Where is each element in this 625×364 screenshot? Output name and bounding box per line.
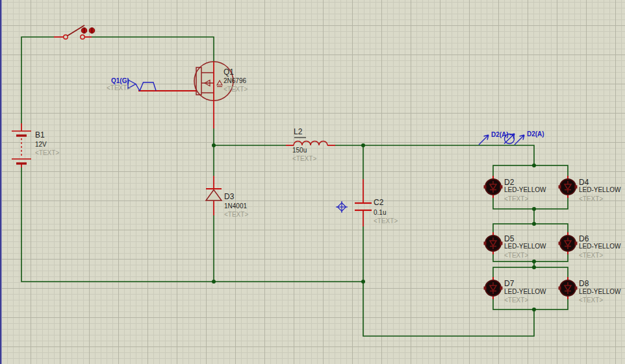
led-d5[interactable] [484,232,503,254]
current-probe-2[interactable] [515,135,524,145]
toggle-switch[interactable] [54,25,95,39]
led-d7-ref-label[interactable]: D7 [504,280,514,287]
led-d6-text-placeholder[interactable]: <TEXT> [579,252,603,259]
pulse-waveform-glyph [140,82,156,91]
led-d5-text-placeholder[interactable]: <TEXT> [504,252,528,259]
capacitor-c2[interactable] [355,179,372,226]
probe-arrow-icon [515,135,524,145]
inductor-ref-label[interactable]: L2 [294,128,302,136]
switch-terminal-left [64,35,68,39]
generator-stem [136,84,140,91]
led-d4-value-label[interactable]: LED-YELLOW [579,187,620,193]
led-d7-value-label[interactable]: LED-YELLOW [504,289,546,295]
switch-terminal-right [81,35,84,39]
current-probe-2-label[interactable]: D2(A) [527,131,544,138]
junction-dot [361,143,365,147]
diode-text-placeholder[interactable]: <TEXT> [224,212,248,218]
schematic-canvas[interactable]: B1 12V <TEXT> Q1(G) <TEXT> Q1 2N6796 <TE… [0,0,625,364]
led-d6-ref-label[interactable]: D6 [579,235,589,243]
wire-inductor-to-leds[interactable] [335,145,534,165]
junction-dot [532,260,536,263]
battery-text-placeholder[interactable]: <TEXT> [35,150,59,156]
led-d8-ref-label[interactable]: D8 [579,280,589,287]
probe-arrow-icon [479,135,489,145]
mosfet-ref-label[interactable]: Q1 [223,68,234,76]
diode-ref-label[interactable]: D3 [224,193,234,200]
led-d2-ref-label[interactable]: D2 [504,178,514,186]
led-symbol [559,176,578,198]
schematic-drawing [0,0,625,364]
wire-battery-top[interactable] [21,37,54,123]
wire-switch-to-drain[interactable] [92,37,214,62]
gate-generator[interactable] [128,80,156,91]
junction-dot [532,207,536,211]
wire-ground-rail[interactable] [21,167,363,282]
led-symbol [484,232,503,254]
led-d8-text-placeholder[interactable]: <TEXT> [579,297,603,304]
inductor-l2[interactable] [286,138,335,145]
led-d6[interactable] [559,232,578,254]
led-symbol [559,232,578,254]
led-d6-value-label[interactable]: LED-YELLOW [579,243,620,250]
junction-dot [532,164,536,167]
current-probe-1-label[interactable]: D2(A) [491,132,509,138]
inductor-text-placeholder[interactable]: <TEXT> [292,156,316,162]
capacitor-value-label[interactable]: 0.1u [374,210,386,216]
origin-marker [336,201,348,213]
led-d2[interactable] [484,176,503,198]
junction-dot [361,280,365,284]
led-d5-ref-label[interactable]: D5 [504,235,514,243]
gate-generator-text-placeholder[interactable]: <TEXT> [107,85,131,91]
led-d5-value-label[interactable]: LED-YELLOW [504,243,546,250]
led-d2-value-label[interactable]: LED-YELLOW [504,187,546,193]
battery-value-label[interactable]: 12V [35,141,47,148]
mosfet-value-label[interactable]: 2N6796 [223,78,246,84]
led-d4-ref-label[interactable]: D4 [579,178,589,186]
junction-dot [212,280,216,284]
led-symbol [484,277,503,299]
led-d8[interactable] [559,277,578,299]
inductor-value-label[interactable]: 150u [292,147,307,154]
mosfet-text-placeholder[interactable]: <TEXT> [223,86,248,93]
mosfet-q1[interactable] [138,62,233,128]
led-d7[interactable] [484,277,503,299]
junction-dot [532,308,536,311]
battery-b1[interactable] [12,123,31,167]
led-d4[interactable] [559,176,578,198]
led-symbol [484,176,503,198]
diode-d3[interactable] [206,176,222,215]
junction-dot [212,143,216,147]
led-d2-text-placeholder[interactable]: <TEXT> [504,196,528,202]
junction-dot [532,265,536,269]
led-d7-text-placeholder[interactable]: <TEXT> [504,297,528,304]
battery-ref-label[interactable]: B1 [35,131,45,139]
capacitor-ref-label[interactable]: C2 [374,199,383,206]
diode-value-label[interactable]: 1N4001 [224,203,247,210]
led-d8-value-label[interactable]: LED-YELLOW [579,289,620,295]
capacitor-text-placeholder[interactable]: <TEXT> [374,218,398,224]
led-d4-text-placeholder[interactable]: <TEXT> [579,196,603,202]
inductor-coils [294,141,327,145]
diode-triangle [206,190,222,201]
junction-dot [532,222,536,226]
led-symbol [559,277,578,299]
gate-generator-label[interactable]: Q1(G) [111,78,129,84]
